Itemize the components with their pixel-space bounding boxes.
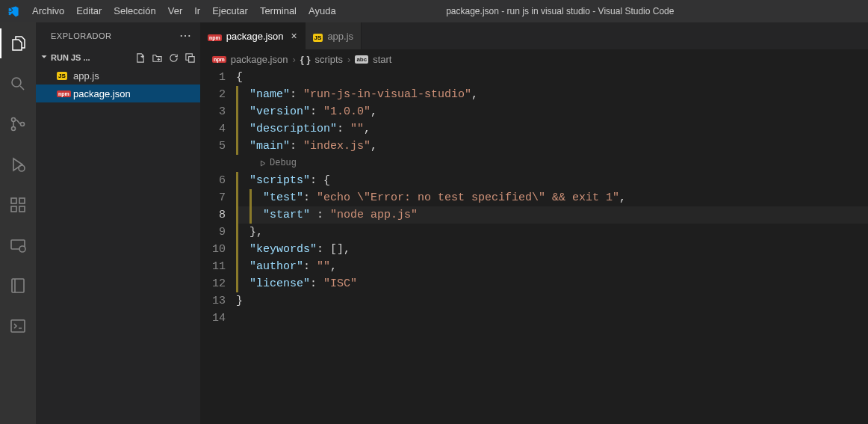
chevron-right-icon: › xyxy=(347,54,350,65)
tab-package-json[interactable]: npm package.json × xyxy=(200,22,306,49)
line-number: 2 xyxy=(200,86,226,103)
activity-bar xyxy=(0,22,36,424)
code-line[interactable]: } xyxy=(236,292,868,310)
run-debug-icon[interactable] xyxy=(0,150,36,179)
file-label: app.js xyxy=(73,70,99,82)
line-number: 1 xyxy=(200,69,226,86)
line-gutter: 1234567891011121314 xyxy=(200,69,236,424)
code-line[interactable]: { xyxy=(236,69,868,86)
close-icon[interactable]: × xyxy=(291,30,297,42)
menu-selección[interactable]: Selección xyxy=(108,0,161,22)
line-number: 6 xyxy=(200,172,226,189)
more-icon[interactable]: ⋯ xyxy=(179,28,192,43)
menu-archivo[interactable]: Archivo xyxy=(26,0,70,22)
line-number: 5 xyxy=(200,138,226,155)
svg-rect-7 xyxy=(19,206,25,212)
svg-rect-5 xyxy=(11,198,16,203)
extensions-icon[interactable] xyxy=(0,190,36,220)
sidebar-header: EXPLORADOR ⋯ xyxy=(36,22,200,49)
tab-label: app.js xyxy=(327,31,353,42)
svg-rect-6 xyxy=(11,206,16,212)
window-title: package.json - run js in visual studio -… xyxy=(342,6,868,16)
svg-rect-12 xyxy=(11,320,25,332)
search-icon[interactable] xyxy=(0,69,36,99)
code-line[interactable]: "keywords": [], xyxy=(236,241,868,258)
code-line[interactable]: "test": "echo \"Error: no test specified… xyxy=(236,189,868,206)
menu-ir[interactable]: Ir xyxy=(188,0,206,22)
file-item-app-js[interactable]: JS app.js xyxy=(36,67,200,85)
line-number: 3 xyxy=(200,103,226,120)
explorer-icon[interactable] xyxy=(0,28,36,58)
menu-ayuda[interactable]: Ayuda xyxy=(303,0,342,22)
collapse-icon[interactable] xyxy=(184,52,196,64)
braces-icon: { } xyxy=(300,54,311,65)
breadcrumbs[interactable]: npm package.json› { } scripts› abc start xyxy=(200,49,868,69)
svg-point-0 xyxy=(12,78,21,87)
source-control-icon[interactable] xyxy=(0,109,36,139)
line-number: 11 xyxy=(200,258,226,275)
folder-header[interactable]: RUN JS ... xyxy=(36,49,200,67)
svg-point-3 xyxy=(21,123,25,126)
svg-rect-8 xyxy=(19,198,25,203)
code-content[interactable]: {"name": "run-js-in-visual-studio","vers… xyxy=(236,69,868,424)
js-icon: JS xyxy=(57,72,73,80)
code-line[interactable]: "scripts": { xyxy=(236,172,868,189)
line-number: 10 xyxy=(200,241,226,258)
svg-point-10 xyxy=(19,246,25,252)
abc-icon: abc xyxy=(355,55,368,64)
menubar: ArchivoEditarSelecciónVerIrEjecutarTermi… xyxy=(26,0,342,22)
npm-icon: npm xyxy=(212,56,226,63)
line-number: 13 xyxy=(200,292,226,310)
file-item-package-json[interactable]: npm package.json xyxy=(36,85,200,102)
code-editor[interactable]: 1234567891011121314 {"name": "run-js-in-… xyxy=(200,69,868,424)
svg-point-2 xyxy=(12,127,16,131)
breadcrumb-item[interactable]: scripts xyxy=(314,54,343,65)
tab-app-js[interactable]: JS app.js xyxy=(306,22,362,49)
breadcrumb-item[interactable]: package.json xyxy=(231,54,288,65)
line-number: 12 xyxy=(200,275,226,292)
editor-tabs: npm package.json × JS app.js xyxy=(200,22,868,49)
js-icon: JS xyxy=(313,31,323,42)
debug-codelens[interactable]: Debug xyxy=(236,155,868,172)
menu-ver[interactable]: Ver xyxy=(162,0,189,22)
code-line[interactable]: "main": "index.js", xyxy=(236,138,868,155)
book-icon[interactable] xyxy=(0,271,36,301)
remote-icon[interactable] xyxy=(0,230,36,260)
line-number: 4 xyxy=(200,120,226,138)
terminal-icon[interactable] xyxy=(0,311,36,341)
chevron-down-icon xyxy=(39,52,49,64)
sidebar: EXPLORADOR ⋯ RUN JS ... JS app.js npm pa… xyxy=(36,22,200,424)
vscode-icon xyxy=(0,5,26,18)
line-number: 9 xyxy=(200,224,226,241)
new-file-icon[interactable] xyxy=(134,52,146,64)
sidebar-title: EXPLORADOR xyxy=(51,31,111,40)
chevron-right-icon: › xyxy=(292,54,295,65)
breadcrumb-item[interactable]: start xyxy=(373,54,391,65)
menu-ejecutar[interactable]: Ejecutar xyxy=(206,0,254,22)
line-number: 7 xyxy=(200,189,226,206)
editor-area: npm package.json × JS app.js npm package… xyxy=(200,22,868,424)
code-line[interactable] xyxy=(236,310,868,327)
file-label: package.json xyxy=(73,88,131,99)
npm-icon: npm xyxy=(208,31,222,42)
folder-name: RUN JS ... xyxy=(51,53,90,62)
refresh-icon[interactable] xyxy=(167,52,179,64)
tab-label: package.json xyxy=(226,31,284,42)
svg-rect-11 xyxy=(12,279,24,292)
code-line[interactable]: "description": "", xyxy=(236,120,868,138)
line-number: 8 xyxy=(200,206,226,224)
titlebar: ArchivoEditarSelecciónVerIrEjecutarTermi… xyxy=(0,0,868,22)
menu-editar[interactable]: Editar xyxy=(70,0,108,22)
svg-point-4 xyxy=(19,165,25,171)
npm-icon: npm xyxy=(57,90,73,97)
code-line[interactable]: "name": "run-js-in-visual-studio", xyxy=(236,86,868,103)
line-number: 14 xyxy=(200,310,226,327)
code-line[interactable]: "version": "1.0.0", xyxy=(236,103,868,120)
code-line[interactable]: "author": "", xyxy=(236,258,868,275)
code-line[interactable]: }, xyxy=(236,224,868,241)
code-line[interactable]: "license": "ISC" xyxy=(236,275,868,292)
menu-terminal[interactable]: Terminal xyxy=(254,0,303,22)
code-line[interactable]: "start" : "node app.js" xyxy=(236,206,868,224)
new-folder-icon[interactable] xyxy=(151,52,163,64)
svg-point-1 xyxy=(12,118,16,122)
